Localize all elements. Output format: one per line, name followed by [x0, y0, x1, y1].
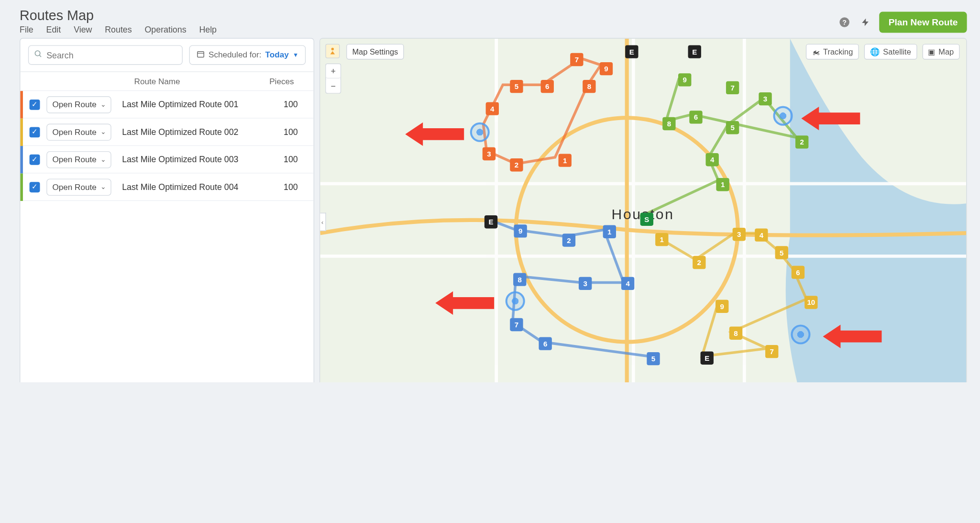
open-route-button[interactable]: Open Route⌄	[46, 123, 111, 141]
map-marker[interactable]: 10	[804, 296, 817, 309]
search-input[interactable]	[46, 50, 176, 60]
zoom-out-button[interactable]: −	[326, 78, 341, 93]
route-color-stripe	[20, 90, 22, 118]
map-marker[interactable]: 4	[621, 277, 634, 290]
route-row[interactable]: ✓ Open Route⌄ Last Mile Optimized Route …	[20, 174, 313, 201]
map-marker[interactable]: 5	[510, 80, 523, 93]
map-marker[interactable]: 2	[795, 135, 808, 148]
menu-view[interactable]: View	[74, 25, 92, 35]
route-pieces: 100	[284, 127, 298, 137]
map-marker[interactable]: 6	[541, 80, 554, 93]
map-settings-button[interactable]: Map Settings	[346, 44, 404, 60]
map-marker[interactable]: 1	[655, 233, 668, 246]
menu-routes[interactable]: Routes	[105, 25, 132, 35]
map-marker[interactable]: 2	[562, 234, 575, 246]
map-marker[interactable]: 8	[662, 117, 675, 130]
chevron-down-icon: ⌄	[100, 156, 106, 163]
map-marker[interactable]: 7	[765, 345, 778, 358]
satellite-toggle[interactable]: 🌐 Satellite	[864, 44, 917, 60]
map-marker[interactable]: E	[688, 45, 701, 58]
callout-arrow-icon	[435, 290, 494, 316]
search-input-wrap[interactable]	[28, 45, 182, 65]
callout-arrow-icon	[801, 105, 860, 132]
map-marker[interactable]: 2	[693, 256, 705, 269]
map-marker[interactable]: 5	[775, 246, 788, 259]
map-marker[interactable]: 9	[514, 224, 527, 237]
route-checkbox[interactable]: ✓	[30, 154, 40, 165]
menu-file[interactable]: File	[20, 25, 33, 35]
open-route-button[interactable]: Open Route⌄	[46, 178, 111, 196]
globe-icon: 🌐	[870, 47, 880, 56]
map-marker[interactable]: 8	[729, 327, 742, 340]
plan-new-route-button[interactable]: Plan New Route	[879, 12, 967, 33]
tracking-toggle[interactable]: 🏍 Tracking	[806, 44, 859, 60]
help-icon[interactable]: ?	[837, 15, 852, 29]
map-marker[interactable]: S	[640, 213, 653, 226]
map-marker[interactable]: 6	[539, 337, 551, 350]
list-header: Route Name Pieces	[20, 72, 313, 91]
map-marker[interactable]: 8	[583, 80, 595, 93]
map-marker[interactable]: 8	[513, 273, 526, 286]
map-marker[interactable]: 1	[716, 178, 729, 191]
streetview-icon[interactable]	[325, 44, 340, 58]
map-marker[interactable]: 2	[510, 158, 523, 171]
map-marker[interactable]: 9	[716, 300, 728, 313]
map-marker[interactable]: 4	[486, 102, 499, 115]
open-route-button[interactable]: Open Route⌄	[46, 151, 111, 168]
map-icon: ▣	[928, 47, 935, 56]
map-marker[interactable]: 3	[759, 92, 771, 105]
map-marker[interactable]: 7	[510, 318, 523, 331]
chevron-down-icon: ⌄	[100, 101, 106, 108]
map-marker[interactable]: 3	[733, 228, 746, 241]
menu-help[interactable]: Help	[199, 25, 217, 35]
map-marker[interactable]: 9	[678, 73, 691, 86]
menu-operations[interactable]: Operations	[145, 25, 187, 35]
route-row[interactable]: ✓ Open Route⌄ Last Mile Optimized Route …	[20, 119, 313, 146]
map-marker[interactable]: E	[484, 215, 497, 228]
map-canvas[interactable]: Houston 795684321EE973685241SE9218347651…	[320, 39, 966, 382]
scheduled-selector[interactable]: Scheduled for: Today ▼	[189, 45, 306, 65]
scheduled-label: Scheduled for:	[209, 50, 261, 59]
map-marker[interactable]: 7	[726, 81, 739, 94]
svg-rect-4	[197, 52, 203, 57]
route-checkbox[interactable]: ✓	[30, 99, 40, 110]
collapse-left-handle[interactable]: ‹	[319, 213, 326, 231]
route-checkbox[interactable]: ✓	[30, 182, 40, 192]
map-marker[interactable]: 9	[600, 62, 613, 75]
map-marker[interactable]: 1	[559, 154, 572, 167]
route-row[interactable]: ✓ Open Route⌄ Last Mile Optimized Route …	[20, 146, 313, 173]
map-marker[interactable]: 5	[726, 121, 739, 134]
map-marker[interactable]: E	[625, 45, 638, 58]
svg-point-8	[331, 48, 334, 50]
route-color-stripe	[20, 145, 22, 173]
map-marker[interactable]: 6	[792, 266, 804, 278]
zoom-in-button[interactable]: +	[326, 64, 341, 78]
motorcycle-icon: 🏍	[812, 47, 820, 56]
map-marker[interactable]: 1	[603, 225, 616, 238]
map-toggle[interactable]: ▣ Map	[922, 44, 959, 60]
map-marker[interactable]: 4	[755, 228, 768, 241]
map-marker[interactable]: 3	[579, 277, 592, 290]
route-name: Last Mile Optimized Route 004	[122, 182, 238, 192]
svg-point-2	[35, 51, 40, 56]
route-pieces: 100	[284, 100, 298, 110]
svg-text:?: ?	[843, 19, 847, 26]
map-marker[interactable]: 5	[647, 352, 660, 365]
route-name: Last Mile Optimized Route 001	[122, 100, 238, 110]
menubar: File Edit View Routes Operations Help	[20, 25, 967, 35]
map-marker[interactable]: E	[701, 352, 714, 365]
route-name: Last Mile Optimized Route 003	[122, 155, 238, 165]
open-route-button[interactable]: Open Route⌄	[46, 96, 111, 113]
chevron-down-icon: ⌄	[100, 183, 106, 190]
route-row[interactable]: ✓ Open Route⌄ Last Mile Optimized Route …	[20, 91, 313, 118]
route-checkbox[interactable]: ✓	[30, 127, 40, 137]
map-marker[interactable]: 4	[705, 153, 718, 166]
map-marker[interactable]: 7	[570, 53, 583, 66]
menu-edit[interactable]: Edit	[46, 25, 61, 35]
callout-arrow-icon	[823, 323, 882, 350]
bolt-icon[interactable]	[859, 15, 873, 29]
map-marker[interactable]: 6	[689, 111, 702, 123]
search-icon	[34, 50, 43, 60]
map-marker[interactable]: 3	[483, 147, 496, 160]
page-title: Routes Map	[20, 8, 967, 23]
